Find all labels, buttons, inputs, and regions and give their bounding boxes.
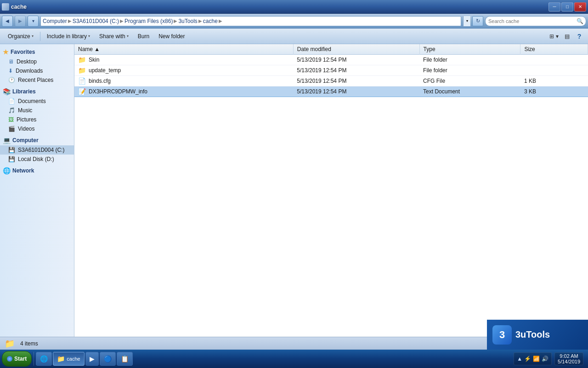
search-icon[interactable]: 🔍 — [577, 18, 583, 24]
sidebar-item-music[interactable]: 🎵 Music — [0, 106, 74, 115]
sidebar-item-documents[interactable]: 📄 Documents — [0, 97, 74, 106]
file-type-1: File folder — [419, 65, 520, 76]
recent-locations-button[interactable]: ▾ — [28, 16, 39, 27]
column-header-name[interactable]: Name ▲ — [74, 44, 293, 55]
refresh-button[interactable]: ↻ — [472, 16, 483, 26]
sidebar: ★ Favorites 🖥 Desktop ⬇ Downloads 🕐 Rece… — [0, 44, 74, 337]
chrome-icon: 🔵 — [104, 355, 112, 362]
toolbar-right: ⊞ ▾ ▤ ? — [548, 31, 584, 42]
file-size-0 — [520, 55, 588, 65]
back-button[interactable]: ◀ — [2, 16, 13, 27]
sidebar-item-desktop[interactable]: 🖥 Desktop — [0, 57, 74, 66]
sidebar-header-libraries[interactable]: 📚 Libraries — [0, 86, 74, 97]
tray-icon-network: 📶 — [533, 356, 540, 362]
taskbar-media[interactable]: ▶ — [85, 352, 99, 366]
path-dropdown-button[interactable]: ▾ — [463, 16, 470, 26]
table-header-row: Name ▲ Date modified Type Size — [74, 44, 588, 55]
organize-button[interactable]: Organize ▾ — [4, 30, 38, 42]
file-size-2: 1 KB — [520, 76, 588, 86]
start-label: Start — [14, 356, 27, 362]
taskbar-item-label: cache — [67, 356, 80, 362]
system-clock[interactable]: 9:02 AM 5/14/2019 — [554, 352, 583, 365]
file-icon-2: 📄 — [78, 77, 86, 85]
tray-icon-1: ▲ — [517, 356, 522, 362]
pictures-label: Pictures — [17, 116, 36, 123]
sidebar-header-favorites[interactable]: ★ Favorites — [0, 47, 74, 57]
sidebar-header-computer[interactable]: 💻 Computer — [0, 135, 74, 145]
toolbar: Organize ▾ Include in library ▾ Share wi… — [0, 29, 588, 44]
search-input[interactable] — [488, 18, 575, 24]
taskbar-ie[interactable]: 🌐 — [36, 352, 52, 366]
include-in-library-button[interactable]: Include in library ▾ — [43, 30, 94, 42]
sidebar-section-libraries: 📚 Libraries 📄 Documents 🎵 Music 🖼 Pictur… — [0, 86, 74, 133]
new-folder-button[interactable]: New folder — [154, 30, 189, 42]
sidebar-section-network: 🌐 Network — [0, 166, 74, 176]
file-name-3: DX3HPRC9DPMW_info — [89, 88, 147, 95]
file-size-3: 3 KB — [520, 86, 588, 97]
table-row[interactable]: 📝 DX3HPRC9DPMW_info 5/13/2019 12:54 PM T… — [74, 86, 588, 97]
table-row[interactable]: 📄 binds.cfg 5/13/2019 12:54 PM CFG File … — [74, 76, 588, 86]
taskbar-explorer[interactable]: 📁 cache — [53, 352, 84, 366]
taskbar-chrome[interactable]: 🔵 — [100, 352, 116, 366]
media-icon: ▶ — [90, 355, 95, 362]
file-type-3: Text Document — [419, 86, 520, 97]
file-name-1: update_temp — [89, 67, 121, 74]
tray-icon-battery: ⚡ — [524, 356, 531, 362]
table-row[interactable]: 📁 update_temp 5/13/2019 12:54 PM File fo… — [74, 65, 588, 76]
sidebar-header-network[interactable]: 🌐 Network — [0, 166, 74, 176]
column-header-type[interactable]: Type — [419, 44, 520, 55]
c-drive-label: S3A6101D004 (C:) — [18, 147, 64, 153]
recent-icon: 🕐 — [8, 77, 15, 83]
burn-button[interactable]: Burn — [134, 30, 153, 42]
sidebar-item-recent-places[interactable]: 🕐 Recent Places — [0, 75, 74, 85]
taskbar-item-4[interactable]: 📋 — [117, 352, 133, 366]
column-header-size[interactable]: Size — [520, 44, 588, 55]
sidebar-item-c-drive[interactable]: 💾 S3A6101D004 (C:) — [0, 145, 74, 155]
start-orb — [7, 356, 12, 362]
close-button[interactable]: ✕ — [574, 2, 586, 12]
d-drive-label: Local Disk (D:) — [18, 156, 54, 162]
file-type-0: File folder — [419, 55, 520, 65]
file-date-1: 5/13/2019 12:54 PM — [293, 65, 419, 76]
file-name-0: Skin — [89, 57, 99, 63]
explorer-icon: 📁 — [57, 355, 65, 362]
maximize-button[interactable]: □ — [561, 2, 573, 12]
share-with-button[interactable]: Share with ▾ — [95, 30, 133, 42]
clock-date: 5/14/2019 — [558, 359, 580, 364]
details-pane-button[interactable]: ▤ — [561, 31, 572, 42]
sidebar-item-downloads[interactable]: ⬇ Downloads — [0, 66, 74, 75]
item-count: 4 items — [20, 340, 38, 347]
path-programfiles[interactable]: Program Files (x86) — [124, 18, 173, 24]
path-cache[interactable]: cache — [203, 18, 218, 24]
minimize-button[interactable]: ─ — [548, 2, 560, 12]
address-path[interactable]: Computer ▶ S3A6101D004 (C:) ▶ Program Fi… — [40, 16, 461, 26]
brand-name: 3uTools — [515, 329, 550, 340]
path-computer[interactable]: Computer — [43, 18, 67, 24]
help-button[interactable]: ? — [574, 31, 584, 41]
c-drive-icon: 💾 — [8, 147, 15, 153]
column-header-date[interactable]: Date modified — [293, 44, 419, 55]
path-3utools[interactable]: 3uTools — [178, 18, 197, 24]
system-tray: ▲ ⚡ 📶 🔊 — [514, 352, 552, 365]
file-table: Name ▲ Date modified Type Size — [74, 44, 588, 97]
sidebar-item-videos[interactable]: 🎬 Videos — [0, 124, 74, 133]
brand-logo-text: 3 — [499, 329, 505, 341]
item4-icon: 📋 — [121, 355, 129, 362]
table-row[interactable]: 📁 Skin 5/13/2019 12:54 PM File folder — [74, 55, 588, 65]
network-icon: 🌐 — [3, 167, 11, 174]
file-date-2: 5/13/2019 12:54 PM — [293, 76, 419, 86]
path-drive[interactable]: S3A6101D004 (C:) — [73, 18, 119, 24]
documents-label: Documents — [18, 98, 46, 104]
file-date-0: 5/13/2019 12:54 PM — [293, 55, 419, 65]
d-drive-icon: 💾 — [8, 156, 15, 162]
path-sep-1: ▶ — [68, 18, 72, 23]
sidebar-item-d-drive[interactable]: 💾 Local Disk (D:) — [0, 155, 74, 164]
file-name-2: binds.cfg — [89, 78, 111, 84]
view-options-button[interactable]: ⊞ ▾ — [548, 31, 560, 42]
sidebar-item-pictures[interactable]: 🖼 Pictures — [0, 115, 74, 124]
taskbar: Start 🌐 📁 cache ▶ 🔵 📋 ▲ ⚡ 📶 🔊 9:02 AM 5/… — [0, 350, 588, 368]
ie-icon: 🌐 — [40, 355, 48, 362]
start-button[interactable]: Start — [2, 351, 32, 367]
forward-button[interactable]: ▶ — [15, 16, 26, 27]
clock-time: 9:02 AM — [558, 353, 580, 359]
